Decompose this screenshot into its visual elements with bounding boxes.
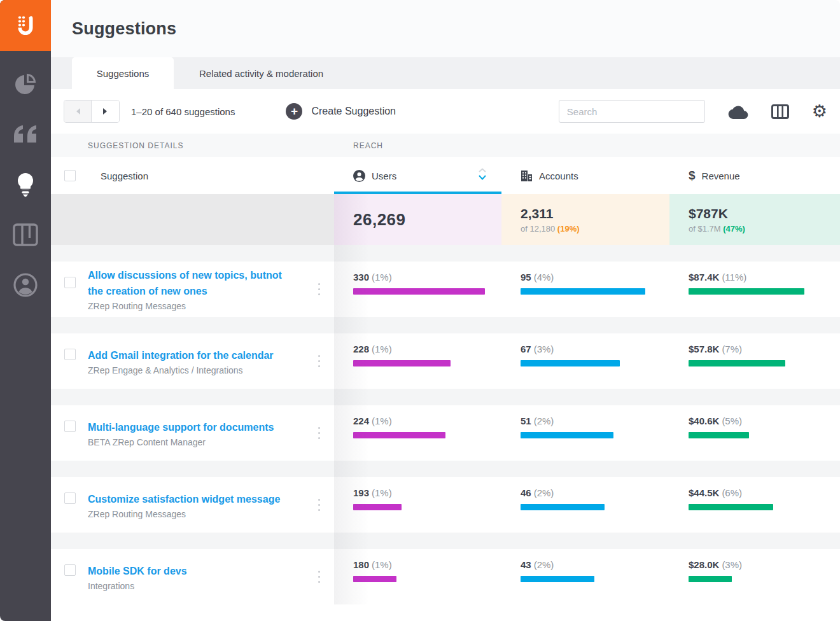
- row-kebab-menu-icon[interactable]: [318, 354, 320, 369]
- select-all-checkbox[interactable]: [64, 170, 76, 181]
- row-kebab-menu-icon[interactable]: [318, 569, 320, 585]
- cell-users: 330(1%): [334, 262, 501, 317]
- accounts-bar: [521, 576, 594, 582]
- revenue-percent: (3%): [722, 559, 742, 570]
- accounts-value: 51: [521, 415, 531, 426]
- suggestions-app: Suggestions Suggestions Related activity…: [0, 0, 840, 621]
- cell-accounts: 51(2%): [501, 405, 669, 461]
- tab-related-activity[interactable]: Related activity & moderation: [174, 57, 349, 89]
- search-input[interactable]: [559, 100, 705, 123]
- suggestion-title-link[interactable]: Customize satisfaction widget message: [88, 491, 280, 507]
- revenue-value: $28.0K: [689, 559, 719, 570]
- cell-revenue: $57.8K(7%): [669, 333, 840, 389]
- row-kebab-menu-icon[interactable]: [318, 282, 320, 297]
- previous-page-button[interactable]: [64, 101, 92, 122]
- column-accounts[interactable]: Accounts: [501, 157, 669, 194]
- page-title: Suggestions: [72, 19, 840, 39]
- suggestion-title-link[interactable]: Multi-language support for documents: [88, 419, 274, 435]
- suggestion-title-link[interactable]: Mobile SDK for devs: [88, 563, 187, 579]
- column-revenue[interactable]: $ Revenue: [669, 157, 840, 194]
- main-content: Suggestions Suggestions Related activity…: [51, 0, 840, 621]
- create-suggestion-button[interactable]: + Create Suggestion: [286, 103, 396, 120]
- cell-suggestion-details: Allow discussions of new topics, butnot …: [51, 262, 334, 317]
- accounts-percent: (2%): [534, 415, 554, 426]
- table-row: Customize satisfaction widget messageZRe…: [51, 477, 840, 533]
- sidebar-item-feedback[interactable]: [11, 120, 39, 148]
- cell-accounts: 46(2%): [501, 477, 669, 533]
- revenue-bar: [689, 432, 749, 438]
- revenue-percent: (5%): [722, 415, 742, 426]
- cell-revenue: $28.0K(3%): [669, 549, 840, 604]
- revenue-value: $87.4K: [689, 272, 719, 283]
- row-kebab-menu-icon[interactable]: [318, 498, 320, 513]
- column-users[interactable]: Users: [334, 157, 501, 194]
- suggestion-title-link[interactable]: Add Gmail integration for the calendar: [88, 347, 274, 363]
- user-icon: [13, 272, 38, 298]
- accounts-bar: [521, 288, 645, 295]
- cell-revenue: $87.4K(11%): [669, 262, 840, 317]
- page-header: Suggestions: [51, 0, 840, 57]
- suggestion-product-label: ZRep Routing Messages: [88, 509, 280, 519]
- table-column-header: Suggestion Users: [51, 157, 840, 194]
- accounts-total: 2,311: [521, 206, 669, 221]
- sync-cloud-button[interactable]: [728, 104, 748, 119]
- row-checkbox[interactable]: [64, 492, 76, 504]
- settings-button[interactable]: ⚙: [812, 103, 827, 120]
- cell-accounts: 67(3%): [501, 333, 669, 389]
- sidebar-item-roadmap[interactable]: [11, 221, 39, 249]
- sidebar-item-suggestions[interactable]: [11, 171, 39, 199]
- table-row: Multi-language support for documentsBETA…: [51, 405, 840, 461]
- columns-settings-button[interactable]: [771, 104, 789, 119]
- users-total: 26,269: [353, 210, 406, 230]
- cell-revenue: $40.6K(5%): [669, 405, 840, 461]
- accounts-value: 43: [521, 559, 531, 570]
- sort-indicator[interactable]: [477, 167, 487, 184]
- tab-suggestions[interactable]: Suggestions: [72, 57, 174, 89]
- revenue-value: $40.6K: [689, 415, 719, 426]
- summary-accounts: 2,311 of 12,180 (19%): [501, 194, 669, 245]
- next-page-button[interactable]: [92, 101, 119, 122]
- column-suggestion: Suggestion: [101, 171, 148, 181]
- cell-users: 228(1%): [334, 333, 501, 389]
- toolbar: 1–20 of 640 suggestions + Create Suggest…: [51, 89, 840, 134]
- users-percent: (1%): [372, 272, 392, 283]
- row-checkbox[interactable]: [64, 349, 76, 360]
- accounts-percent: (2%): [534, 487, 554, 498]
- sidebar-item-users[interactable]: [11, 271, 39, 299]
- users-bar: [353, 432, 445, 438]
- table-body: Allow discussions of new topics, butnot …: [51, 245, 840, 604]
- suggestion-product-label: ZRep Engage & Analytics / Integrations: [88, 365, 274, 375]
- table-row: Mobile SDK for devsIntegrations180(1%)43…: [51, 549, 840, 604]
- uservoice-logo[interactable]: [0, 0, 51, 51]
- users-bar: [353, 360, 451, 366]
- plus-icon: +: [286, 103, 302, 120]
- accounts-bar: [521, 504, 605, 510]
- suggestion-title-link[interactable]: Allow discussions of new topics, butnot …: [88, 267, 288, 299]
- cell-suggestion-details: Mobile SDK for devsIntegrations: [51, 549, 334, 604]
- row-checkbox[interactable]: [64, 277, 76, 288]
- sidebar-item-analytics[interactable]: [11, 70, 39, 98]
- cell-suggestion-details: Multi-language support for documentsBETA…: [51, 405, 334, 461]
- users-bar: [353, 576, 396, 582]
- table-row: Add Gmail integration for the calendarZR…: [51, 333, 840, 389]
- accounts-percent: (4%): [534, 272, 554, 283]
- revenue-of-total: of $1.7M (47%): [689, 224, 840, 234]
- users-value: 180: [353, 559, 369, 570]
- users-value: 224: [353, 415, 369, 426]
- quotes-icon: [12, 123, 39, 145]
- accounts-percent: (2%): [534, 559, 554, 570]
- chevron-left-icon: [75, 108, 81, 115]
- gear-icon: ⚙: [812, 103, 827, 120]
- accounts-value: 67: [521, 344, 531, 354]
- users-bar: [353, 288, 485, 295]
- row-kebab-menu-icon[interactable]: [318, 426, 320, 441]
- row-checkbox[interactable]: [64, 421, 76, 432]
- group-suggestion-details: SUGGESTION DETAILS: [51, 141, 334, 150]
- revenue-bar: [689, 360, 785, 366]
- row-checkbox[interactable]: [64, 564, 76, 576]
- users-value: 193: [353, 487, 369, 498]
- chevron-right-icon: [102, 108, 108, 115]
- summary-revenue: $787K of $1.7M (47%): [669, 194, 840, 245]
- cell-users: 193(1%): [334, 477, 501, 533]
- table-row: Allow discussions of new topics, butnot …: [51, 262, 840, 317]
